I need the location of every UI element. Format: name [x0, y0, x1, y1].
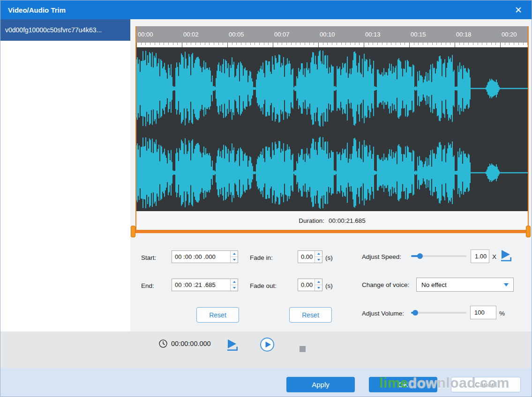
speed-unit-label: X — [492, 253, 496, 260]
reset-trim-label: Reset — [209, 311, 226, 319]
preview-speed-play-icon[interactable] — [498, 248, 514, 264]
sidebar-item-media-file[interactable]: v0d00fg10000c50sfvrc77u4k63... — [0, 19, 130, 41]
fade-out-unit: (s) — [325, 282, 333, 289]
end-label: End: — [141, 282, 154, 289]
clock-icon — [158, 339, 168, 348]
end-time-input[interactable]: 00 :00 :21 .685 — [172, 279, 238, 291]
speed-slider-thumb[interactable] — [417, 253, 423, 259]
playback-current-time: 00:00:00.000 — [171, 340, 211, 347]
media-file-name: v0d00fg10000c50sfvrc77u4k63... — [5, 26, 102, 34]
duration-value: 00:00:21.685 — [329, 217, 366, 224]
apply-label: Apply — [312, 381, 330, 389]
fade-out-label: Fade out: — [250, 282, 277, 289]
trim-end-handle[interactable] — [526, 226, 531, 237]
adjust-speed-label: Adjust Speed: — [362, 253, 401, 260]
reset-trim-button[interactable]: Reset — [196, 307, 239, 323]
waveform-panel: 00:00 00:02 00:05 00:07 00:10 00:13 00:1… — [135, 26, 529, 230]
change-voice-label: Change of voice: — [362, 281, 409, 288]
spinner-down-icon[interactable] — [231, 257, 238, 263]
preview-play-icon[interactable] — [225, 337, 240, 353]
stop-button[interactable] — [300, 346, 306, 352]
timeline-ruler[interactable]: 00:00 00:02 00:05 00:07 00:10 00:13 00:1… — [136, 26, 528, 43]
dialog-title: Video/Audio Trim — [0, 6, 66, 14]
sidebar: v0d00fg10000c50sfvrc77u4k63... — [0, 19, 130, 331]
ok-button[interactable]: OK — [369, 377, 437, 392]
spinner-up-icon[interactable] — [315, 279, 322, 285]
apply-button[interactable]: Apply — [286, 377, 355, 392]
voice-dropdown[interactable]: No effect — [416, 278, 514, 292]
ruler-tick-label: 00:05 — [227, 31, 273, 38]
ruler-tick-label: 00:18 — [455, 31, 500, 38]
spinner-up-icon[interactable] — [231, 279, 238, 285]
start-time-input[interactable]: 00 :00 :00 .000 — [172, 250, 238, 263]
spinner-down-icon[interactable] — [315, 285, 322, 291]
fade-out-value: 0.00 — [298, 279, 315, 291]
cancel-button[interactable]: Cancel — [451, 377, 521, 392]
voice-dropdown-value: No effect — [421, 281, 447, 288]
fade-in-input[interactable]: 0.00 — [298, 250, 322, 263]
volume-value-input[interactable]: 100 — [470, 306, 496, 319]
speed-slider[interactable] — [411, 253, 466, 259]
cancel-label: Cancel — [475, 381, 497, 389]
reset-fade-button[interactable]: Reset — [289, 307, 332, 323]
fade-out-spinner — [315, 279, 322, 291]
duration-bar: Duration: 00:00:21.685 — [136, 211, 528, 230]
reset-fade-label: Reset — [302, 311, 319, 319]
ruler-tick-label: 00:13 — [364, 31, 409, 38]
start-time-value: 00 :00 :00 .000 — [172, 251, 230, 263]
speed-value: 1.00 — [475, 253, 487, 260]
duration-label: Duration: — [299, 217, 324, 224]
playback-bar: 00:00:00.000 — [0, 331, 532, 368]
fade-in-label: Fade in: — [250, 254, 273, 261]
fade-in-spinner — [315, 251, 322, 263]
ruler-tick-label: 00:10 — [318, 31, 364, 38]
start-time-spinner — [230, 251, 238, 263]
volume-value: 100 — [474, 309, 485, 316]
spinner-up-icon[interactable] — [315, 251, 322, 257]
spinner-down-icon[interactable] — [231, 285, 238, 291]
play-button[interactable] — [259, 337, 275, 353]
volume-slider-track[interactable] — [411, 312, 466, 314]
volume-slider-thumb[interactable] — [412, 310, 418, 316]
ruler-tick-label: 00:00 — [136, 31, 182, 38]
ruler-tick-label: 00:02 — [182, 31, 227, 38]
fade-in-unit: (s) — [325, 254, 333, 261]
titlebar: Video/Audio Trim ✕ — [0, 0, 532, 19]
trim-selection-bar — [135, 230, 529, 233]
close-icon[interactable]: ✕ — [512, 0, 525, 19]
ruler-tick-label: 00:20 — [500, 31, 528, 38]
start-label: Start: — [141, 254, 156, 261]
adjust-volume-label: Adjust Volume: — [362, 310, 404, 317]
volume-unit-label: % — [499, 310, 505, 317]
speed-value-input[interactable]: 1.00 — [471, 250, 489, 263]
end-time-value: 00 :00 :21 .685 — [172, 279, 230, 291]
fade-in-value: 0.00 — [298, 251, 315, 263]
spinner-up-icon[interactable] — [231, 251, 238, 257]
trim-start-handle[interactable] — [131, 226, 135, 237]
stereo-waveform — [136, 47, 528, 211]
waveform-display[interactable] — [136, 47, 528, 211]
chevron-down-icon — [504, 283, 509, 287]
volume-slider[interactable] — [411, 309, 466, 316]
ruler-tick-label: 00:15 — [409, 31, 455, 38]
trim-dialog-window: Video/Audio Trim ✕ v0d00fg10000c50sfvrc7… — [0, 0, 532, 397]
fade-out-input[interactable]: 0.00 — [298, 279, 322, 291]
spinner-down-icon[interactable] — [315, 257, 322, 263]
ruler-tick-strip — [136, 43, 528, 47]
end-time-spinner — [230, 279, 238, 291]
ruler-tick-label: 00:07 — [273, 31, 318, 38]
ok-label: OK — [398, 381, 408, 389]
